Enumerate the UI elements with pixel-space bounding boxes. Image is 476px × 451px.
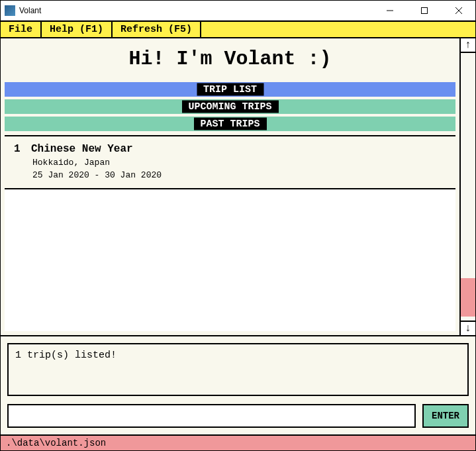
trip-card[interactable]: 1 Chinese New Year Hokkaido, Japan 25 Ja… bbox=[5, 136, 455, 189]
menu-help[interactable]: Help (F1) bbox=[42, 22, 113, 37]
status-bar: .\data\volant.json bbox=[1, 436, 475, 450]
trip-dates: 25 Jan 2020 - 30 Jan 2020 bbox=[32, 170, 446, 180]
trip-list-area: 1 Chinese New Year Hokkaido, Japan 25 Ja… bbox=[5, 135, 455, 331]
window-titlebar: Volant bbox=[1, 1, 475, 21]
section-label: UPCOMING TRIPS bbox=[181, 101, 278, 113]
menubar: File Help (F1) Refresh (F5) bbox=[1, 21, 475, 38]
arrow-down-icon: ↓ bbox=[465, 323, 471, 334]
menu-file[interactable]: File bbox=[1, 22, 42, 37]
close-button[interactable] bbox=[444, 1, 474, 21]
section-label: TRIP LIST bbox=[197, 83, 263, 96]
scroll-track[interactable] bbox=[461, 53, 475, 321]
scroll-up-button[interactable]: ↑ bbox=[461, 38, 475, 53]
svg-rect-1 bbox=[422, 7, 428, 13]
console-output: 1 trip(s) listed! bbox=[7, 343, 469, 396]
minimize-button[interactable] bbox=[375, 1, 405, 21]
arrow-up-icon: ↑ bbox=[465, 39, 471, 51]
menu-refresh[interactable]: Refresh (F5) bbox=[113, 22, 201, 37]
trip-index: 1 bbox=[14, 143, 22, 155]
greeting-heading: Hi! I'm Volant :) bbox=[1, 38, 459, 81]
scroll-down-button[interactable]: ↓ bbox=[461, 321, 475, 335]
status-path: .\data\volant.json bbox=[6, 438, 106, 448]
vertical-scrollbar[interactable]: ↑ ↓ bbox=[461, 38, 475, 335]
trip-location: Hokkaido, Japan bbox=[32, 158, 446, 168]
console-panel: 1 trip(s) listed! ENTER bbox=[1, 336, 475, 436]
trip-title: Chinese New Year bbox=[31, 143, 133, 155]
command-input[interactable] bbox=[7, 404, 416, 428]
app-icon bbox=[5, 5, 15, 16]
scroll-thumb[interactable] bbox=[461, 278, 475, 317]
window-title: Volant bbox=[19, 6, 371, 15]
enter-button[interactable]: ENTER bbox=[422, 404, 469, 428]
maximize-button[interactable] bbox=[409, 1, 440, 21]
section-trip-list: TRIP LIST bbox=[5, 82, 455, 97]
section-past-trips: PAST TRIPS bbox=[5, 117, 455, 131]
section-label: PAST TRIPS bbox=[193, 118, 266, 130]
section-upcoming-trips: UPCOMING TRIPS bbox=[5, 99, 455, 114]
main-panel: Hi! I'm Volant :) TRIP LIST UPCOMING TRI… bbox=[1, 38, 461, 335]
